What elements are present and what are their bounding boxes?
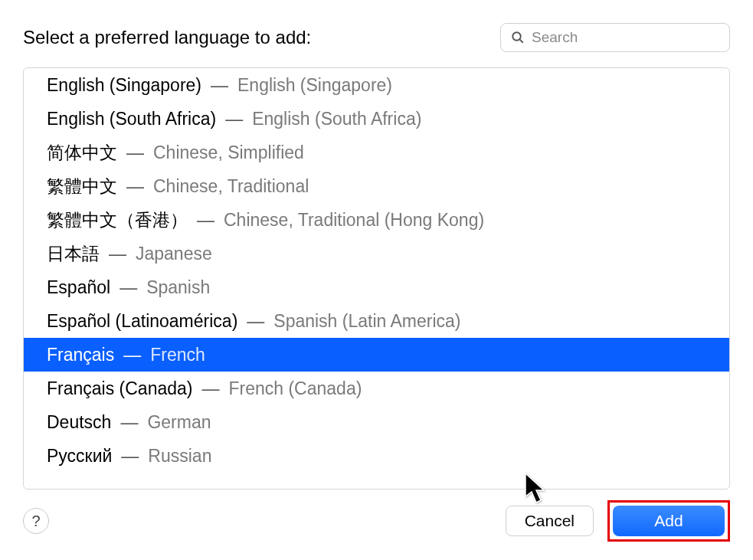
language-native-name: English (Singapore): [47, 75, 201, 96]
language-english-name: Spanish (Latin America): [273, 311, 460, 332]
list-item[interactable]: Русский—Russian: [24, 439, 729, 473]
language-row-content: Français—French: [47, 345, 205, 365]
language-english-name: Russian: [148, 446, 211, 467]
language-row-content: 繁體中文—Chinese, Traditional: [47, 175, 309, 198]
language-row-content: Русский—Russian: [47, 446, 211, 467]
separator: —: [211, 75, 228, 96]
dialog-footer: ? Cancel Add: [23, 505, 730, 537]
language-english-name: Chinese, Traditional: [153, 176, 309, 197]
list-item[interactable]: Français—French: [24, 338, 729, 372]
language-list-inner: English (Singapore)—English (Singapore)E…: [24, 68, 729, 473]
language-row-content: 繁體中文（香港）—Chinese, Traditional (Hong Kong…: [47, 208, 484, 232]
language-row-content: English (South Africa)—English (South Af…: [47, 109, 421, 129]
language-native-name: 繁體中文（香港）: [47, 208, 188, 232]
cancel-button[interactable]: Cancel: [506, 506, 594, 536]
dialog-header: Select a preferred language to add:: [23, 23, 730, 52]
list-item[interactable]: Deutsch—German: [24, 405, 729, 439]
language-native-name: Français (Canada): [47, 378, 192, 399]
language-native-name: Français: [47, 345, 114, 365]
language-native-name: 繁體中文: [47, 175, 117, 198]
separator: —: [126, 142, 144, 163]
language-english-name: German: [147, 412, 211, 433]
language-row-content: Español (Latinoamérica)—Spanish (Latin A…: [47, 311, 460, 332]
language-native-name: Español: [47, 277, 110, 298]
language-native-name: Deutsch: [47, 412, 111, 433]
help-button[interactable]: ?: [23, 508, 49, 534]
language-native-name: 日本語: [47, 242, 100, 266]
separator: —: [126, 176, 144, 197]
language-english-name: English (South Africa): [252, 109, 421, 129]
separator: —: [121, 446, 139, 467]
language-native-name: 简体中文: [47, 141, 117, 165]
language-row-content: English (Singapore)—English (Singapore): [47, 75, 392, 96]
list-item[interactable]: Español (Latinoamérica)—Spanish (Latin A…: [24, 304, 729, 338]
language-list-container[interactable]: English (Singapore)—English (Singapore)E…: [23, 67, 730, 490]
language-english-name: Chinese, Traditional (Hong Kong): [224, 210, 484, 231]
list-item[interactable]: 繁體中文—Chinese, Traditional: [24, 169, 729, 203]
separator: —: [109, 244, 126, 264]
dialog-title: Select a preferred language to add:: [23, 27, 311, 48]
language-english-name: Chinese, Simplified: [153, 142, 304, 163]
list-item[interactable]: 日本語—Japanese: [24, 237, 729, 270]
language-native-name: English (South Africa): [47, 109, 216, 129]
list-item[interactable]: Español—Spanish: [24, 270, 729, 304]
separator: —: [120, 412, 138, 433]
language-picker-dialog: Select a preferred language to add: Engl…: [0, 0, 753, 560]
list-item[interactable]: 繁體中文（香港）—Chinese, Traditional (Hong Kong…: [24, 203, 729, 237]
language-list[interactable]: English (Singapore)—English (Singapore)E…: [24, 68, 729, 489]
dialog-actions: Cancel Add: [506, 500, 730, 542]
language-row-content: Español—Spanish: [47, 277, 210, 298]
list-item[interactable]: English (South Africa)—English (South Af…: [24, 102, 729, 136]
separator: —: [225, 109, 243, 129]
language-native-name: Русский: [47, 446, 112, 467]
language-native-name: Español (Latinoamérica): [47, 311, 237, 332]
separator: —: [123, 345, 141, 365]
separator: —: [119, 277, 137, 298]
list-item[interactable]: English (Singapore)—English (Singapore): [24, 68, 729, 102]
language-english-name: Japanese: [136, 244, 212, 264]
list-item[interactable]: 简体中文—Chinese, Simplified: [24, 136, 729, 169]
language-english-name: English (Singapore): [237, 75, 392, 96]
language-english-name: Spanish: [146, 277, 210, 298]
language-row-content: Deutsch—German: [47, 412, 211, 433]
language-english-name: French (Canada): [228, 378, 362, 399]
language-english-name: French: [150, 345, 205, 365]
separator: —: [197, 210, 214, 231]
search-box: [500, 23, 730, 52]
search-input[interactable]: [500, 23, 730, 52]
add-button-highlight: Add: [607, 500, 730, 542]
language-row-content: 简体中文—Chinese, Simplified: [47, 141, 304, 165]
separator: —: [247, 311, 264, 332]
list-item[interactable]: Français (Canada)—French (Canada): [24, 372, 729, 405]
language-row-content: Français (Canada)—French (Canada): [47, 378, 362, 399]
add-button[interactable]: Add: [613, 506, 725, 536]
language-row-content: 日本語—Japanese: [47, 242, 212, 266]
separator: —: [201, 378, 219, 399]
